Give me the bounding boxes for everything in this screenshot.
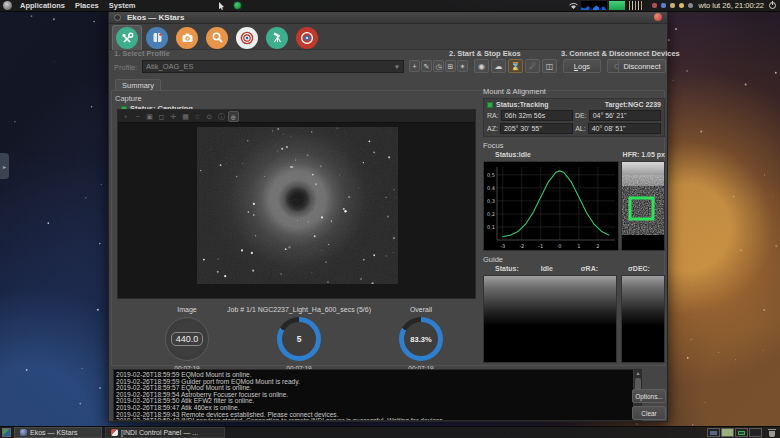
- guide-group-title: Guide: [483, 255, 503, 264]
- magnifier-icon: [206, 27, 228, 49]
- window-menu-icon[interactable]: [114, 14, 121, 21]
- center-telescope-icon[interactable]: ✛: [168, 111, 179, 122]
- workspace-3-thumb: [738, 431, 745, 435]
- grid-icon[interactable]: ▦: [180, 111, 191, 122]
- taskbar-item-indi[interactable]: [INDI Control Panel — ...: [105, 427, 225, 438]
- focus-group-title: Focus: [483, 141, 503, 150]
- fit-to-frame-icon[interactable]: ◻: [156, 111, 167, 122]
- guide-star-thumbnail: [621, 275, 665, 363]
- align-bullseye-icon: [296, 27, 318, 49]
- ra-field[interactable]: 06h 32m 56s: [501, 110, 573, 121]
- hidden-panel-handle[interactable]: ▸: [0, 153, 9, 179]
- workspace-3[interactable]: [735, 428, 748, 437]
- mount-group-title: Mount & Alignment: [483, 87, 546, 96]
- mount-target-label: Target:: [605, 101, 628, 108]
- step1-label: 1. Select Profile: [114, 49, 170, 58]
- camera-icon: [176, 27, 198, 49]
- network-indicator-icon[interactable]: [688, 3, 693, 8]
- options-button[interactable]: Options...: [632, 389, 666, 403]
- stop-ekos-button[interactable]: ⌛: [508, 59, 523, 73]
- workspace-1[interactable]: [707, 428, 720, 437]
- al-field[interactable]: 40° 08' 51": [588, 123, 661, 134]
- de-field[interactable]: 04° 56' 21": [589, 110, 661, 121]
- ekos-window: Ekos — KStars: [108, 10, 668, 422]
- overall-progress-ring: 83.3%: [399, 317, 443, 361]
- taskbar-item-ekos[interactable]: Ekos — KStars: [14, 427, 102, 438]
- tab-mount[interactable]: [262, 25, 292, 50]
- wifi-icon[interactable]: [568, 1, 579, 10]
- cpu-graph-applet[interactable]: [581, 1, 607, 10]
- log-view[interactable]: 2019-02-26T18:59:59 EQMod Mount is onlin…: [113, 369, 642, 421]
- focus-status-row: Status:Idle HFR: 1.05 px: [483, 151, 665, 158]
- memory-applet[interactable]: [609, 1, 625, 10]
- tab-setup[interactable]: [112, 25, 142, 50]
- profile-select[interactable]: Atik_OAG_ES ▼: [142, 60, 404, 73]
- zoom-out-icon[interactable]: −: [132, 111, 143, 122]
- menu-system[interactable]: System: [104, 1, 141, 10]
- menu-applications[interactable]: Applications: [15, 1, 70, 10]
- tab-capture[interactable]: [172, 25, 202, 50]
- gear-icon[interactable]: ⊙: [204, 111, 215, 122]
- shutdown-icon[interactable]: [769, 2, 776, 9]
- az-label: AZ:: [487, 125, 498, 132]
- sigma-ra-label: σRA:: [581, 265, 598, 272]
- show-desktop-button[interactable]: [2, 428, 11, 437]
- night-mode-icon[interactable]: [679, 3, 684, 8]
- step2-label: 2. Start & Stop Ekos: [449, 49, 521, 58]
- svg-text:1: 1: [577, 243, 580, 249]
- ekoslive-button[interactable]: ☁: [491, 59, 506, 73]
- messaging-indicator-icon[interactable]: [652, 3, 657, 8]
- bluetooth-icon[interactable]: [661, 3, 666, 8]
- clear-button[interactable]: Clear: [632, 406, 666, 420]
- logs-button[interactable]: Logs: [563, 59, 601, 73]
- cpu-wave: [581, 5, 607, 10]
- actual-size-icon[interactable]: ▣: [144, 111, 155, 122]
- mount-status-value: Tracking: [520, 101, 549, 108]
- volume-icon[interactable]: [670, 3, 675, 8]
- distro-menu-icon[interactable]: [3, 1, 12, 10]
- info-icon[interactable]: ⓘ: [216, 111, 227, 122]
- svg-text:0,5: 0,5: [487, 172, 495, 178]
- guide-status-value: Idle: [541, 265, 553, 272]
- zoom-in-icon[interactable]: ＋: [120, 111, 131, 122]
- az-field[interactable]: 205° 30' 55": [500, 123, 573, 134]
- tab-focus[interactable]: [202, 25, 232, 50]
- indi-panel-button[interactable]: ◫: [542, 59, 557, 73]
- add-profile-button[interactable]: +: [409, 60, 420, 72]
- tab-align[interactable]: [292, 25, 322, 50]
- tab-guide[interactable]: [232, 25, 262, 50]
- scroll-up-icon[interactable]: ▲: [634, 370, 642, 377]
- delete-profile-button[interactable]: ◷: [433, 60, 444, 72]
- menu-places[interactable]: Places: [70, 1, 104, 10]
- updater-indicator-icon[interactable]: [233, 1, 242, 10]
- window-titlebar[interactable]: Ekos — KStars: [109, 11, 667, 24]
- indi-light-button[interactable]: ☄: [525, 59, 540, 73]
- edit-profile-button[interactable]: ✎: [421, 60, 432, 72]
- focus-status-value: Idle: [519, 151, 531, 158]
- hfr-value: 1.05 px: [641, 151, 665, 158]
- captured-image-ngc2237[interactable]: [197, 127, 398, 284]
- svg-text:0,2: 0,2: [487, 211, 495, 217]
- svg-text:-1: -1: [538, 243, 543, 249]
- custom-drivers-button[interactable]: ⊞: [445, 60, 456, 72]
- mount-status-led: [487, 102, 493, 108]
- image-progress-ring: 440.0: [165, 317, 209, 361]
- svg-text:-2: -2: [519, 243, 524, 249]
- workspace-4[interactable]: [749, 428, 762, 437]
- de-label: DE:: [575, 112, 587, 119]
- pointer-tool-icon[interactable]: [218, 1, 226, 10]
- logs-label: ogs: [578, 62, 590, 71]
- trash-icon[interactable]: [768, 429, 776, 437]
- profile-wizard-button[interactable]: ✶: [457, 60, 468, 72]
- clock[interactable]: wto lut 26, 21:00:22: [696, 1, 767, 10]
- svg-text:2: 2: [596, 243, 599, 249]
- workspace-1-thumb: [710, 431, 717, 435]
- workspace-2[interactable]: [721, 428, 734, 437]
- disconnect-button[interactable]: Disconnect: [618, 59, 666, 73]
- start-ekos-button[interactable]: ◉: [474, 59, 489, 73]
- stars-icon[interactable]: ☆: [192, 111, 203, 122]
- tab-scheduler[interactable]: [142, 25, 172, 50]
- disk-applet[interactable]: [627, 1, 643, 10]
- close-icon[interactable]: [654, 13, 662, 21]
- crosshair-icon[interactable]: ⊕: [228, 111, 239, 122]
